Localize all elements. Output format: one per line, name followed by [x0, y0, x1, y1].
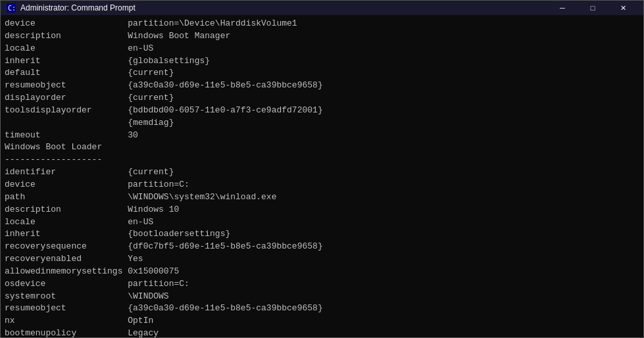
console-line: toolsdisplayorder {bdbdbd00-6057-11e0-a7…	[5, 105, 639, 117]
console-line: allowedinmemorysettings 0x15000075	[5, 266, 639, 278]
console-line: -------------------	[5, 154, 639, 166]
console-line: nx OptIn	[5, 315, 639, 327]
console-line: locale en-US	[5, 216, 639, 229]
app-icon: C:	[6, 3, 16, 13]
console-line: locale en-US	[5, 43, 639, 55]
window-controls: ─ □ ✕	[547, 1, 638, 15]
console-line: {memdiag}	[5, 117, 639, 130]
console-line: bootmenupolicy Legacy	[5, 327, 639, 337]
console-line: identifier {current}	[5, 166, 639, 179]
console-line: path \WINDOWS\system32\winload.exe	[5, 191, 639, 204]
svg-text:C:: C:	[8, 5, 16, 12]
close-button[interactable]: ✕	[608, 1, 638, 15]
window-title: Administrator: Command Prompt	[20, 3, 547, 12]
console-line: default {current}	[5, 67, 639, 80]
console-line: systemroot \WINDOWS	[5, 291, 639, 303]
console-line: timeout 30	[5, 130, 639, 142]
title-bar: C: Administrator: Command Prompt ─ □ ✕	[1, 1, 643, 15]
minimize-button[interactable]: ─	[547, 1, 578, 15]
console-output: device partition=\Device\HarddiskVolume1…	[1, 15, 643, 337]
console-line: osdevice partition=C:	[5, 278, 639, 291]
console-line: device partition=C:	[5, 179, 639, 191]
console-line: description Windows Boot Manager	[5, 30, 639, 43]
console-line: inherit {bootloadersettings}	[5, 228, 639, 241]
maximize-button[interactable]: □	[578, 1, 608, 15]
console-line: device partition=\Device\HarddiskVolume1	[5, 18, 639, 30]
console-line: displayorder {current}	[5, 92, 639, 105]
console-line: inherit {globalsettings}	[5, 55, 639, 68]
console-line: Windows Boot Loader	[5, 141, 639, 154]
console-line: recoverysequence {df0c7bf5-d69e-11e5-b8e…	[5, 241, 639, 253]
console-line: recoveryenabled Yes	[5, 253, 639, 266]
console-line: description Windows 10	[5, 204, 639, 216]
window: C: Administrator: Command Prompt ─ □ ✕ d…	[0, 0, 644, 338]
console-line: resumeobject {a39c0a30-d69e-11e5-b8e5-ca…	[5, 302, 639, 315]
console-line: resumeobject {a39c0a30-d69e-11e5-b8e5-ca…	[5, 80, 639, 92]
